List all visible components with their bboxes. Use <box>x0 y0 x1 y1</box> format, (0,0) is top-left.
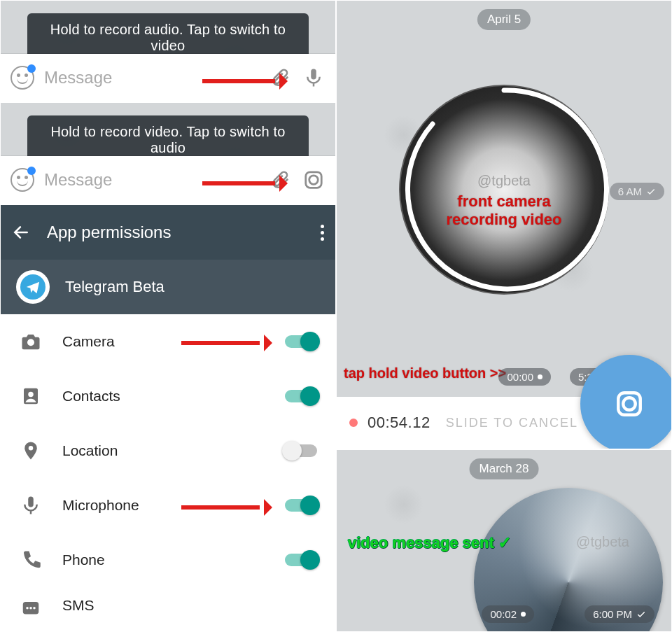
record-video-button[interactable] <box>580 355 672 449</box>
back-icon[interactable] <box>12 223 30 241</box>
app-identity-row: Telegram Beta <box>1 260 335 314</box>
microphone-icon <box>19 493 43 517</box>
permission-list: Camera Contacts Location Microphone Phon <box>1 314 335 626</box>
recording-indicator-icon <box>349 419 358 427</box>
annotation-arrow <box>202 181 275 185</box>
permission-label: SMS <box>62 597 317 614</box>
emoji-icon[interactable] <box>10 168 34 192</box>
page-title: App permissions <box>47 223 304 242</box>
permission-row-location: Location <box>1 423 335 478</box>
svg-rect-7 <box>28 497 34 507</box>
permission-row-contacts: Contacts <box>1 369 335 423</box>
permission-toggle[interactable] <box>285 335 317 348</box>
svg-rect-12 <box>618 393 640 415</box>
recording-progress-arc <box>399 85 609 295</box>
overflow-menu-icon[interactable] <box>321 225 324 241</box>
svg-rect-0 <box>311 69 316 80</box>
svg-point-10 <box>29 607 32 610</box>
permission-toggle[interactable] <box>285 554 317 566</box>
permission-toggle[interactable] <box>285 499 317 512</box>
recording-timer: 00:54.12 <box>368 414 430 432</box>
annotation-arrow <box>202 79 275 83</box>
video-message-icon[interactable] <box>302 168 326 192</box>
annotation-arrow <box>181 341 260 345</box>
annotation-arrow <box>181 505 260 510</box>
annotation-hint: tap hold video button >> <box>344 365 506 381</box>
watermark: @tgbeta <box>576 534 629 550</box>
permission-row-camera: Camera <box>1 314 335 369</box>
permission-toggle[interactable] <box>285 390 317 402</box>
svg-rect-1 <box>306 172 322 188</box>
svg-point-6 <box>29 446 34 451</box>
permission-label: Location <box>62 442 265 459</box>
svg-point-2 <box>309 176 318 185</box>
svg-point-3 <box>27 339 34 346</box>
permission-row-phone: Phone <box>1 533 335 587</box>
message-duration: 00:02 <box>482 605 534 623</box>
message-duration: 00:00 <box>498 368 551 386</box>
location-icon <box>19 439 43 463</box>
sms-icon <box>19 597 43 621</box>
date-badge: April 5 <box>477 9 531 30</box>
app-icon <box>16 270 50 304</box>
phone-icon <box>19 548 43 572</box>
svg-point-5 <box>28 392 34 398</box>
watermark: @tgbeta <box>477 173 531 189</box>
permission-label: Contacts <box>62 388 265 405</box>
annotation-caption: video message sent ✓ <box>348 534 511 552</box>
message-input[interactable]: Message <box>44 68 258 87</box>
contacts-icon <box>19 384 43 408</box>
svg-point-13 <box>623 398 636 410</box>
panel-permissions: App permissions Telegram Beta Camera Con… <box>0 204 336 632</box>
microphone-icon[interactable] <box>302 66 326 90</box>
annotation-caption: recording video <box>446 211 561 229</box>
panel-sent: March 28 video message sent ✓ @tgbeta 00… <box>336 449 672 632</box>
message-time: 6:00 PM <box>584 605 654 623</box>
panel-audio-hint: Hold to record audio. Tap to switch to v… <box>0 0 336 102</box>
date-badge: March 28 <box>470 458 539 479</box>
panel-video-hint: Hold to record video. Tap to switch to a… <box>0 102 336 204</box>
permissions-header: App permissions <box>1 205 335 260</box>
message-time: 6 AM <box>610 183 664 200</box>
permission-row-microphone: Microphone <box>1 478 335 533</box>
svg-point-9 <box>26 607 29 610</box>
permission-label: Phone <box>62 552 265 568</box>
camera-icon <box>19 330 43 353</box>
annotation-caption: front camera <box>457 192 550 211</box>
panel-recording: April 5 6 AM @tgbeta front camera record… <box>336 0 672 449</box>
emoji-icon[interactable] <box>10 66 34 90</box>
permission-toggle[interactable] <box>285 444 317 457</box>
message-input[interactable]: Message <box>44 170 258 190</box>
permission-row-sms: SMS <box>1 587 335 626</box>
svg-point-11 <box>33 607 36 610</box>
app-name: Telegram Beta <box>65 278 164 296</box>
